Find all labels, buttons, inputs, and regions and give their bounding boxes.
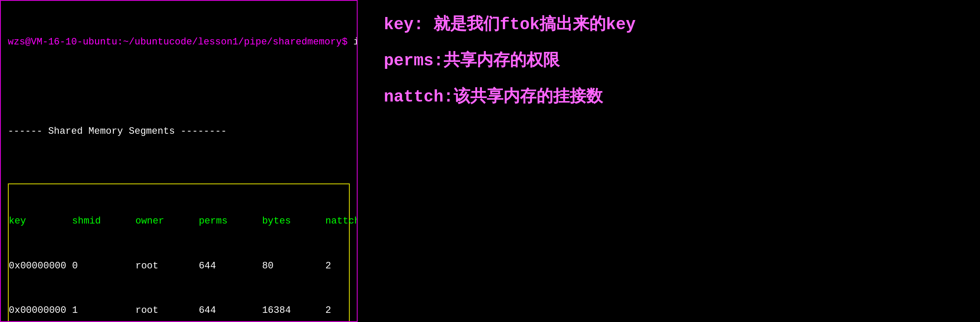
line-blank-1 [8,79,350,94]
annotation-key: key: 就是我们ftok搞出来的key [384,13,954,36]
terminal-content: wzs@VM-16-10-ubuntu:~/ubuntucode/lesson1… [8,5,350,322]
table-row-1: 0x00000000 0 root 644 80 2 [9,259,349,274]
terminal-panel: wzs@VM-16-10-ubuntu:~/ubuntucode/lesson1… [0,0,358,322]
annotation-perms: perms:共享内存的权限 [384,49,954,72]
annotation-panel: key: 就是我们ftok搞出来的key perms:共享内存的权限 nattc… [358,0,980,322]
line-section-header-1: ------ Shared Memory Segments -------- [8,124,350,139]
table-row-2: 0x00000000 1 root 644 16384 2 [9,303,349,318]
line-1: wzs@VM-16-10-ubuntu:~/ubuntucode/lesson1… [8,35,350,50]
annotation-nattch: nattch:该共享内存的挂接数 [384,85,954,108]
table-highlighted: key shmid owner perms bytes nattch statu… [8,183,350,322]
table-header-row: key shmid owner perms bytes nattch statu… [9,214,349,229]
